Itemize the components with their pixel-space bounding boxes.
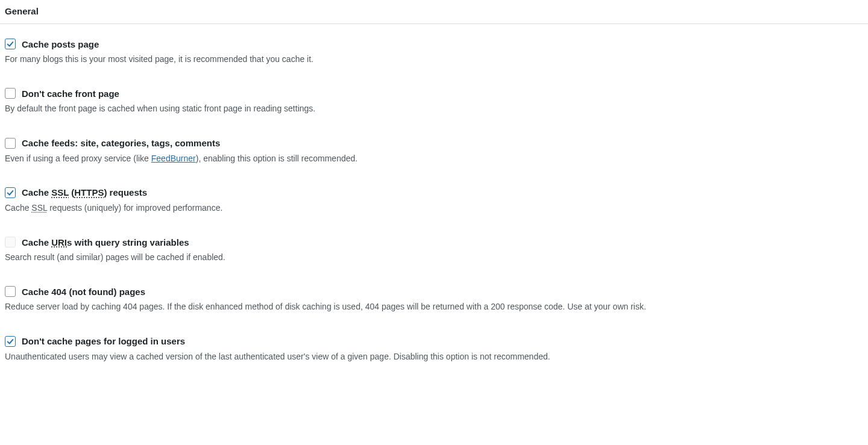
label-cache-404-pages[interactable]: Cache 404 (not found) pages xyxy=(22,287,145,297)
description-cache-ssl-requests: Cache SSL requests (uniquely) for improv… xyxy=(5,202,863,214)
uri-abbr: URI xyxy=(51,237,67,247)
option-dont-cache-logged-in: Don't cache pages for logged in usersUna… xyxy=(5,325,863,375)
https-abbr: HTTPS xyxy=(74,187,104,198)
description-dont-cache-front-page: By default the front page is cached when… xyxy=(5,102,863,114)
checkbox-dont-cache-front-page[interactable] xyxy=(5,88,16,99)
label-cache-feeds[interactable]: Cache feeds: site, categories, tags, com… xyxy=(22,138,220,148)
checkbox-cache-feeds[interactable] xyxy=(5,138,16,149)
label-dont-cache-logged-in[interactable]: Don't cache pages for logged in users xyxy=(22,336,185,346)
description-cache-feeds: Even if using a feed proxy service (like… xyxy=(5,152,863,164)
label-cache-ssl-requests[interactable]: Cache SSL (HTTPS) requests xyxy=(22,187,147,198)
feedburner-link[interactable]: FeedBurner xyxy=(151,154,196,163)
label-cache-posts-page[interactable]: Cache posts page xyxy=(22,39,99,49)
section-title: General xyxy=(0,0,868,24)
description-cache-uris-query-string: Search result (and similar) pages will b… xyxy=(5,251,863,263)
options-list: Cache posts pageFor many blogs this is y… xyxy=(0,24,868,375)
checkbox-cache-posts-page[interactable] xyxy=(5,39,16,49)
option-cache-posts-page: Cache posts pageFor many blogs this is y… xyxy=(5,28,863,77)
ssl-abbr: SSL xyxy=(31,203,47,213)
description-cache-posts-page: For many blogs this is your most visited… xyxy=(5,53,863,65)
option-cache-feeds: Cache feeds: site, categories, tags, com… xyxy=(5,127,863,176)
option-cache-uris-query-string: Cache URIs with query string variablesSe… xyxy=(5,226,863,275)
label-cache-uris-query-string: Cache URIs with query string variables xyxy=(22,237,189,247)
description-dont-cache-logged-in: Unauthenticated users may view a cached … xyxy=(5,350,863,363)
label-dont-cache-front-page[interactable]: Don't cache front page xyxy=(22,89,119,99)
option-cache-404-pages: Cache 404 (not found) pagesReduce server… xyxy=(5,275,863,325)
checkbox-cache-404-pages[interactable] xyxy=(5,286,16,297)
option-dont-cache-front-page: Don't cache front pageBy default the fro… xyxy=(5,77,863,126)
checkbox-dont-cache-logged-in[interactable] xyxy=(5,336,16,347)
ssl-abbr: SSL xyxy=(51,187,69,198)
checkbox-cache-uris-query-string xyxy=(5,237,16,247)
description-cache-404-pages: Reduce server load by caching 404 pages.… xyxy=(5,300,863,313)
checkbox-cache-ssl-requests[interactable] xyxy=(5,187,16,198)
option-cache-ssl-requests: Cache SSL (HTTPS) requestsCache SSL requ… xyxy=(5,176,863,226)
